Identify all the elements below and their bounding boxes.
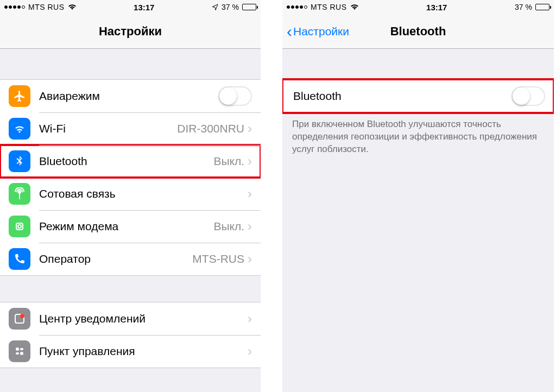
row-wifi[interactable]: Wi-Fi DIR-300NRU › [0,112,261,145]
row-notifications[interactable]: Центр уведомлений › [0,302,261,335]
chevron-right-icon: › [248,251,252,267]
row-bluetooth[interactable]: Bluetooth Выкл. › [0,145,261,178]
page-title: Настройки [99,24,162,39]
navbar: ‹ Настройки Bluetooth [282,14,554,49]
row-value: Выкл. [213,155,244,168]
row-airplane-mode[interactable]: Авиарежим [0,80,261,112]
chevron-right-icon: › [248,344,252,359]
control-center-icon [9,340,30,362]
svg-rect-3 [20,348,23,350]
chevron-right-icon: › [248,311,252,326]
row-label: Центр уведомлений [39,312,146,325]
status-bar: MTS RUS 13:17 37 % [282,0,554,14]
clock: 13:17 [426,3,447,12]
battery-icon [535,4,549,10]
airplane-icon [9,85,30,107]
row-control-center[interactable]: Пункт управления › [0,335,261,368]
settings-screen: MTS RUS 13:17 37 % Настройки Авиарежим [0,0,261,392]
row-value: MTS-RUS [192,252,244,265]
battery-percent: 37 % [222,3,239,11]
bluetooth-content: Bluetooth При включенном Bluetooth улучш… [282,49,554,392]
bluetooth-screen: MTS RUS 13:17 37 % ‹ Настройки Bluetooth… [282,0,554,392]
bluetooth-hint: При включенном Bluetooth улучшаются точн… [282,113,554,161]
svg-point-2 [16,347,19,351]
settings-group-system: Центр уведомлений › Пункт управления › [0,302,261,368]
row-label: Режим модема [39,220,118,233]
wifi-icon [350,4,359,10]
page-title: Bluetooth [390,24,446,39]
svg-point-1 [20,314,24,318]
svg-rect-4 [16,352,19,355]
navbar: Настройки [0,14,261,49]
status-bar: MTS RUS 13:17 37 % [0,0,261,14]
row-label: Авиарежим [39,90,100,103]
row-label: Пункт управления [39,345,135,358]
row-value: DIR-300NRU [177,122,244,135]
chevron-right-icon: › [248,186,252,201]
carrier-label: MTS RUS [28,3,65,11]
row-label: Bluetooth [293,90,342,103]
notifications-icon [9,308,30,330]
carrier-label: MTS RUS [311,3,347,11]
cellular-icon [9,183,30,205]
row-label: Сотовая связь [39,187,116,200]
signal-dots-icon [4,5,25,9]
battery-icon [242,4,256,10]
location-icon [212,4,218,10]
row-label: Оператор [39,252,91,265]
phone-icon [9,248,30,270]
chevron-right-icon: › [248,154,252,169]
back-label: Настройки [293,25,349,38]
settings-group-connectivity: Авиарежим Wi-Fi DIR-300NRU › Bluetooth [0,79,261,276]
chevron-right-icon: › [248,219,252,234]
bluetooth-toggle[interactable] [511,86,545,106]
row-label: Wi-Fi [39,122,66,135]
row-value: Выкл. [213,220,244,233]
bluetooth-toggle-group: Bluetooth [282,79,554,113]
signal-dots-icon [287,5,307,9]
airplane-toggle[interactable] [218,86,252,106]
wifi-icon [68,4,77,10]
row-carrier[interactable]: Оператор MTS-RUS › [0,243,261,275]
chevron-left-icon: ‹ [287,23,292,40]
wifi-settings-icon [9,118,30,140]
settings-list: Авиарежим Wi-Fi DIR-300NRU › Bluetooth [0,49,261,392]
chevron-right-icon: › [248,121,252,136]
battery-percent: 37 % [515,3,532,11]
back-button[interactable]: ‹ Настройки [287,14,349,48]
row-cellular[interactable]: Сотовая связь › [0,178,261,210]
clock: 13:17 [134,3,154,12]
row-hotspot[interactable]: Режим модема Выкл. › [0,210,261,243]
row-label: Bluetooth [39,155,87,168]
svg-point-5 [20,352,23,355]
hotspot-icon [9,216,30,237]
row-bluetooth-toggle[interactable]: Bluetooth [282,80,554,112]
bluetooth-icon [9,150,30,172]
